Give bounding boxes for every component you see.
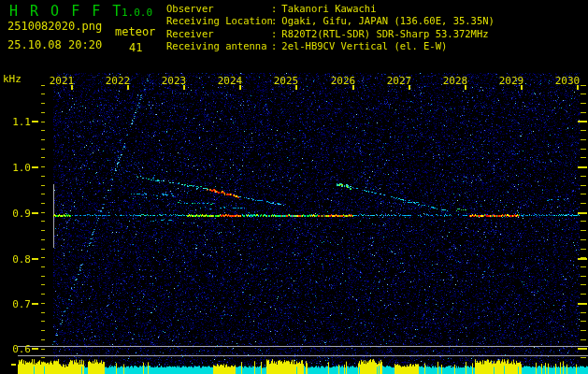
freq-tick-label: 0.9 (2, 208, 31, 220)
info-colon: : (271, 15, 277, 27)
info-label: Observer (166, 3, 271, 15)
info-colon: : (271, 3, 277, 15)
time-tick-label: 2023 (160, 75, 188, 87)
info-value: Takanori Kawachi (281, 3, 376, 14)
time-tick-label: 2030 (553, 75, 581, 87)
freq-tick-label: 1.1 (2, 116, 31, 128)
time-tick-label: 2024 (216, 75, 244, 87)
hrofft-window: H R O F F T 1.0.0 2510082020.png meteor … (0, 0, 588, 374)
output-filename: 2510082020.png (7, 20, 102, 33)
time-tick-label: 2027 (385, 75, 413, 87)
info-label: Receiver (166, 28, 271, 40)
info-colon: : (271, 28, 277, 40)
app-version: 1.0.0 (122, 7, 152, 19)
time-tick-label: 2029 (497, 75, 525, 87)
info-value: Ogaki, Gifu, JAPAN (136.60E, 35.35N) (281, 15, 495, 26)
app-title: H R O F F T (9, 3, 122, 20)
station-info-row: Receiving Location:Ogaki, Gifu, JAPAN (1… (166, 15, 495, 27)
info-label: Receiving antenna (166, 40, 271, 52)
station-info-row: Observer:Takanori Kawachi (166, 3, 495, 15)
info-value: R820T2(RTL-SDR) SDR-Sharp 53.372MHz (281, 28, 488, 39)
echo-count: 41 (129, 41, 142, 54)
timestamp: 25.10.08 20:20 (7, 38, 102, 51)
time-tick-label: 2025 (272, 75, 300, 87)
time-tick-label: 2026 (329, 75, 357, 87)
station-info-row: Receiver:R820T2(RTL-SDR) SDR-Sharp 53.37… (166, 28, 495, 40)
time-tick-label: 2022 (104, 75, 132, 87)
mode-label: meteor (115, 25, 155, 38)
freq-tick-label: 0.8 (2, 253, 31, 266)
time-tick-label: 2021 (48, 75, 76, 87)
freq-unit-label: kHz (3, 73, 22, 85)
info-colon: : (271, 40, 277, 52)
station-info-block: Observer:Takanori KawachiReceiving Locat… (166, 3, 495, 53)
station-info-row: Receiving antenna:2el-HB9CV Vertical (el… (166, 40, 495, 52)
time-tick-label: 2028 (441, 75, 469, 87)
freq-tick-label: 0.7 (2, 298, 31, 310)
info-label: Receiving Location (166, 15, 271, 27)
info-value: 2el-HB9CV Vertical (el. E-W) (281, 40, 447, 51)
freq-tick-label: 1.0 (2, 162, 31, 174)
freq-tick-label: 0.6 (2, 343, 31, 355)
spectrogram-canvas (0, 0, 588, 374)
